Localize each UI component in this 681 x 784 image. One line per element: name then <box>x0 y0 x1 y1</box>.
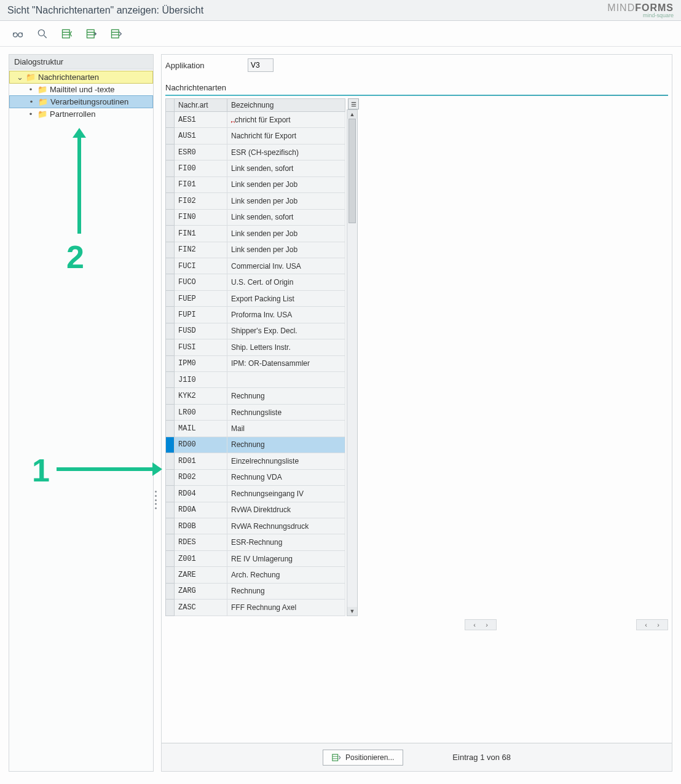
table-row[interactable]: ESR0ESR (CH-spezifisch) <box>166 144 345 160</box>
cell-code[interactable]: IPM0 <box>175 355 227 371</box>
table-row[interactable]: J1I0 <box>166 372 345 388</box>
splitter-handle[interactable] <box>152 491 159 509</box>
cell-code[interactable]: LR00 <box>175 404 227 420</box>
cell-code[interactable]: RD01 <box>175 453 227 469</box>
cell-desc[interactable]: Mail <box>227 421 345 437</box>
cell-desc[interactable]: Link senden per Job <box>227 226 345 242</box>
table-row[interactable]: IPM0IPM: OR-Datensammler <box>166 355 345 371</box>
cell-code[interactable]: FUCI <box>175 258 227 274</box>
cell-desc[interactable]: Link senden, sofort <box>227 209 345 225</box>
cell-desc[interactable]: Link senden per Job <box>227 176 345 192</box>
cell-desc[interactable]: Einzelrechnungsliste <box>227 453 345 469</box>
table-row[interactable]: FUSDShipper's Exp. Decl. <box>166 323 345 339</box>
cell-desc[interactable]: Rechnungsliste <box>227 404 345 420</box>
table-config-icon[interactable]: ☰ <box>348 98 359 109</box>
cell-code[interactable]: RD04 <box>175 486 227 502</box>
table-row[interactable]: ZASCFFF Rechnung Axel <box>166 600 345 616</box>
table-row[interactable]: FUCOU.S. Cert. of Origin <box>166 274 345 290</box>
cell-desc[interactable]: FFF Rechnung Axel <box>227 600 345 616</box>
search-icon[interactable] <box>36 27 49 41</box>
column-header-desc[interactable]: Bezeichnung <box>227 99 345 112</box>
cell-desc[interactable]: Rechnung <box>227 583 345 599</box>
row-selector[interactable] <box>166 600 175 616</box>
table-row[interactable]: KYK2Rechnung <box>166 388 345 404</box>
table-prev-icon[interactable] <box>85 27 98 41</box>
row-selector[interactable] <box>166 388 175 404</box>
table-row[interactable]: FUPIProforma Inv. USA <box>166 307 345 323</box>
table-row[interactable]: RD02Rechnung VDA <box>166 469 345 485</box>
cell-desc[interactable]: RvWA Direktdruck <box>227 502 345 518</box>
table-row[interactable]: ZARGRechnung <box>166 583 345 599</box>
cell-desc[interactable]: U.S. Cert. of Origin <box>227 274 345 290</box>
cell-desc[interactable]: RE IV Umlagerung <box>227 550 345 566</box>
cell-code[interactable]: RD00 <box>175 437 227 453</box>
table-first-icon[interactable] <box>60 27 74 41</box>
row-selector[interactable] <box>166 469 175 485</box>
cell-desc[interactable]: Link senden per Job <box>227 242 345 258</box>
cell-desc[interactable]: Rechnung <box>227 437 345 453</box>
table-row[interactable]: RD00Rechnung <box>166 437 345 453</box>
cell-code[interactable]: FUCO <box>175 274 227 290</box>
cell-code[interactable]: KYK2 <box>175 388 227 404</box>
cell-desc[interactable]: Ship. Letters Instr. <box>227 339 345 355</box>
table-row[interactable]: FUCICommercial Inv. USA <box>166 258 345 274</box>
cell-code[interactable]: ZASC <box>175 600 227 616</box>
row-selector[interactable] <box>166 290 175 306</box>
row-selector[interactable] <box>166 209 175 225</box>
cell-code[interactable]: FI00 <box>175 160 227 176</box>
row-selector[interactable] <box>166 128 175 144</box>
scroll-left2-icon[interactable]: ‹ <box>642 621 650 628</box>
row-selector[interactable] <box>166 307 175 323</box>
cell-code[interactable]: FI02 <box>175 193 227 209</box>
cell-code[interactable]: FUSD <box>175 323 227 339</box>
table-row[interactable]: FI02Link senden per Job <box>166 193 345 209</box>
cell-code[interactable]: RD02 <box>175 469 227 485</box>
cell-code[interactable]: AUS1 <box>175 128 227 144</box>
row-selector[interactable] <box>166 534 175 550</box>
row-selector[interactable] <box>166 437 175 453</box>
cell-code[interactable]: RD0B <box>175 518 227 534</box>
table-row[interactable]: ZAREArch. Rechung <box>166 567 345 583</box>
table-row[interactable]: RD01Einzelrechnungsliste <box>166 453 345 469</box>
tree-root-nachrichtenarten[interactable]: ⌄ 📁 Nachrichtenarten <box>9 71 153 84</box>
cell-code[interactable]: FIN1 <box>175 226 227 242</box>
cell-code[interactable]: MAIL <box>175 421 227 437</box>
row-selector[interactable] <box>166 193 175 209</box>
cell-code[interactable]: FUEP <box>175 290 227 306</box>
table-row[interactable]: FIN1Link senden per Job <box>166 226 345 242</box>
scroll-right-icon[interactable]: › <box>482 621 491 628</box>
cell-desc[interactable]: Rechnung <box>227 388 345 404</box>
table-row[interactable]: FUSIShip. Letters Instr. <box>166 339 345 355</box>
cell-desc[interactable]: Shipper's Exp. Decl. <box>227 323 345 339</box>
table-row[interactable]: RD0ARvWA Direktdruck <box>166 502 345 518</box>
table-row[interactable]: AUS1Nachricht für Export <box>166 128 345 144</box>
cell-code[interactable]: Z001 <box>175 550 227 566</box>
cell-desc[interactable]: RvWA Rechnungsdruck <box>227 518 345 534</box>
cell-code[interactable]: RDES <box>175 534 227 550</box>
cell-code[interactable]: FUSI <box>175 339 227 355</box>
application-input[interactable] <box>248 58 274 72</box>
cell-code[interactable]: ZARG <box>175 583 227 599</box>
scroll-up-icon[interactable]: ▲ <box>347 110 357 119</box>
table-row[interactable]: FUEPExport Packing List <box>166 290 345 306</box>
cell-desc[interactable]: ESR (CH-spezifisch) <box>227 144 345 160</box>
cell-code[interactable]: FUPI <box>175 307 227 323</box>
cell-desc[interactable]: Proforma Inv. USA <box>227 307 345 323</box>
cell-code[interactable]: ESR0 <box>175 144 227 160</box>
row-selector[interactable] <box>166 583 175 599</box>
cell-desc[interactable] <box>227 372 345 388</box>
row-selector[interactable] <box>166 355 175 371</box>
scroll-left-icon[interactable]: ‹ <box>470 621 479 628</box>
cell-code[interactable]: FIN2 <box>175 242 227 258</box>
position-button[interactable]: Positionieren... <box>323 750 403 766</box>
table-row[interactable]: Z001RE IV Umlagerung <box>166 550 345 566</box>
cell-desc[interactable]: Rechnung VDA <box>227 469 345 485</box>
cell-code[interactable]: FIN0 <box>175 209 227 225</box>
row-selector[interactable] <box>166 226 175 242</box>
tree-item-mailtitel-und-texte[interactable]: •📁Mailtitel und -texte <box>9 84 153 95</box>
table-row[interactable]: AES1 chricht für Export <box>166 112 345 128</box>
cell-code[interactable]: J1I0 <box>175 372 227 388</box>
cell-desc[interactable]: Link senden, sofort <box>227 160 345 176</box>
row-selector[interactable] <box>166 502 175 518</box>
column-header-code[interactable]: Nachr.art <box>175 99 227 112</box>
